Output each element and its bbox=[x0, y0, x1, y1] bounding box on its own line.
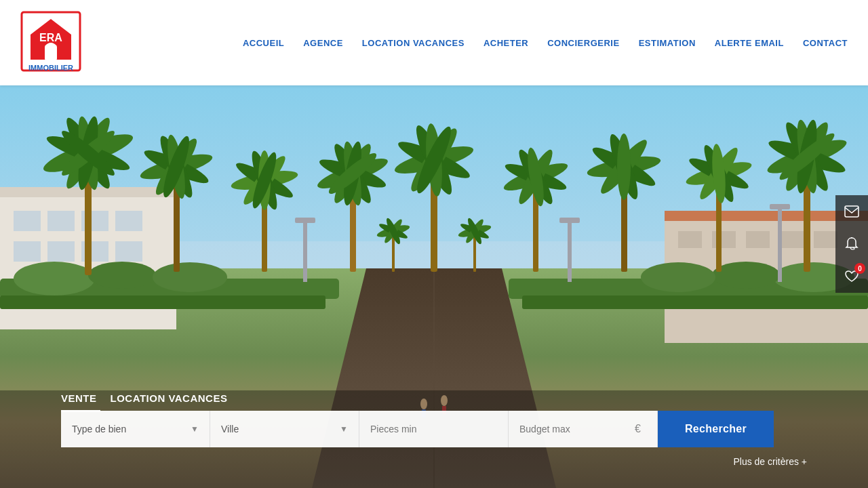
svg-rect-106 bbox=[778, 207, 782, 282]
ville-dropdown[interactable]: Ville ▼ bbox=[210, 411, 359, 447]
email-icon-button[interactable] bbox=[835, 195, 868, 228]
svg-rect-11 bbox=[14, 211, 41, 231]
euro-icon: € bbox=[635, 423, 641, 435]
search-form: Type de bien ▼ Ville ▼ € Rechercher bbox=[61, 411, 807, 447]
era-logo: IMMOBILIER ERA bbox=[20, 11, 81, 72]
svg-rect-102 bbox=[303, 221, 307, 282]
svg-rect-3 bbox=[45, 46, 57, 60]
budget-max-input[interactable] bbox=[519, 424, 635, 434]
svg-rect-16 bbox=[47, 241, 75, 262]
svg-rect-104 bbox=[568, 221, 572, 282]
svg-rect-22 bbox=[712, 231, 736, 248]
svg-point-36 bbox=[712, 262, 780, 289]
nav-estimation[interactable]: ESTIMATION bbox=[639, 38, 696, 48]
svg-rect-21 bbox=[678, 231, 702, 248]
bell-icon bbox=[845, 237, 859, 251]
svg-rect-105 bbox=[559, 218, 580, 223]
more-criteria-section: Plus de critères + bbox=[61, 455, 807, 468]
svg-rect-31 bbox=[522, 296, 868, 309]
svg-text:ERA: ERA bbox=[39, 32, 62, 43]
svg-rect-107 bbox=[770, 204, 790, 209]
search-button[interactable]: Rechercher bbox=[658, 411, 774, 447]
svg-rect-24 bbox=[780, 231, 804, 248]
svg-point-33 bbox=[88, 262, 156, 289]
header: IMMOBILIER ERA ACCUEIL AGENCE LOCATION V… bbox=[0, 0, 868, 85]
type-de-bien-label: Type de bien bbox=[72, 424, 126, 434]
nav-agence[interactable]: AGENCE bbox=[303, 38, 343, 48]
nav-accueil[interactable]: ACCUEIL bbox=[243, 38, 284, 48]
svg-text:IMMOBILIER: IMMOBILIER bbox=[28, 64, 73, 72]
envelope-icon bbox=[844, 205, 859, 218]
more-criteria-link[interactable]: Plus de critères + bbox=[733, 456, 807, 467]
ville-chevron-icon: ▼ bbox=[340, 424, 348, 434]
search-panel: VENTE LOCATION VACANCES Type de bien ▼ V… bbox=[0, 372, 868, 488]
svg-rect-103 bbox=[295, 218, 315, 223]
svg-rect-25 bbox=[814, 231, 837, 248]
search-tabs: VENTE LOCATION VACANCES bbox=[61, 386, 807, 411]
main-nav: ACCUEIL AGENCE LOCATION VACANCES ACHETER… bbox=[243, 38, 848, 48]
pieces-min-input[interactable] bbox=[359, 411, 509, 447]
svg-point-34 bbox=[153, 262, 227, 292]
type-chevron-icon: ▼ bbox=[191, 424, 199, 434]
nav-alerte-email[interactable]: ALERTE EMAIL bbox=[715, 38, 784, 48]
svg-point-32 bbox=[14, 262, 95, 296]
svg-point-87 bbox=[617, 134, 631, 200]
svg-rect-12 bbox=[47, 211, 75, 231]
svg-rect-123 bbox=[845, 206, 859, 217]
hero-section: VENTE LOCATION VACANCES Type de bien ▼ V… bbox=[0, 85, 868, 488]
nav-location-vacances[interactable]: LOCATION VACANCES bbox=[362, 38, 465, 48]
logo-area[interactable]: IMMOBILIER ERA bbox=[20, 11, 129, 75]
tab-vente[interactable]: VENTE bbox=[61, 386, 111, 411]
side-icons-panel: 0 bbox=[835, 195, 868, 293]
ville-label: Ville bbox=[221, 424, 239, 434]
bell-icon-button[interactable] bbox=[835, 228, 868, 260]
nav-acheter[interactable]: ACHETER bbox=[484, 38, 528, 48]
favorites-badge: 0 bbox=[854, 263, 865, 274]
tab-location-vacances[interactable]: LOCATION VACANCES bbox=[111, 386, 241, 411]
svg-rect-18 bbox=[115, 241, 142, 262]
favorites-icon-button[interactable]: 0 bbox=[835, 260, 868, 293]
budget-max-field: € bbox=[509, 411, 658, 447]
nav-contact[interactable]: CONTACT bbox=[803, 38, 848, 48]
svg-rect-23 bbox=[746, 231, 770, 248]
type-de-bien-dropdown[interactable]: Type de bien ▼ bbox=[61, 411, 210, 447]
svg-rect-15 bbox=[14, 241, 41, 262]
nav-conciergerie[interactable]: CONCIERGERIE bbox=[547, 38, 619, 48]
svg-point-37 bbox=[641, 262, 715, 292]
svg-rect-29 bbox=[0, 296, 326, 309]
svg-rect-14 bbox=[115, 211, 142, 231]
